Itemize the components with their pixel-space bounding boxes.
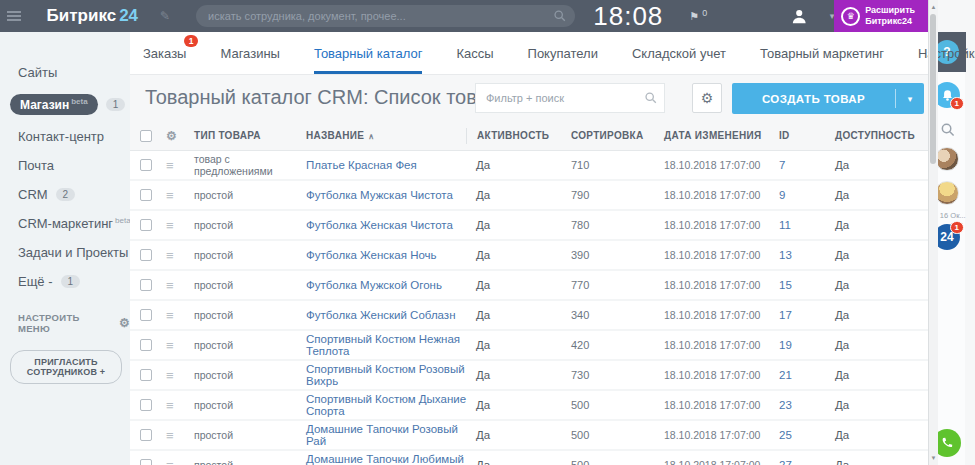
- sidebar-item[interactable]: CRM 2: [0, 180, 130, 209]
- edit-pencil-icon[interactable]: ✎: [160, 9, 170, 23]
- app-logo: Битрикс24: [47, 6, 139, 26]
- cell-sort: 710: [571, 159, 664, 171]
- row-checkbox[interactable]: [140, 249, 152, 261]
- product-id-link[interactable]: 15: [779, 279, 835, 291]
- sidebar-item[interactable]: Контакт-центр: [0, 122, 130, 151]
- table-row: ≡ товар с предложениями Платье Красная Ф…: [130, 151, 928, 181]
- avatar[interactable]: [935, 147, 959, 171]
- user-icon[interactable]: [791, 8, 807, 25]
- row-checkbox[interactable]: [140, 189, 152, 201]
- row-menu-icon[interactable]: ≡: [166, 308, 194, 323]
- select-all-checkbox[interactable]: [140, 130, 152, 142]
- global-search-input[interactable]: [196, 5, 575, 27]
- scrollbar-thumb[interactable]: [930, 14, 936, 164]
- tab[interactable]: Магазины: [220, 32, 280, 74]
- tab[interactable]: Настройки: [918, 32, 975, 74]
- configure-menu-button[interactable]: НАСТРОИТЬ МЕНЮ ⚙: [18, 312, 130, 334]
- product-id-link[interactable]: 13: [779, 249, 835, 261]
- product-name-link[interactable]: Футболка Мужской Огонь: [306, 279, 476, 291]
- row-checkbox[interactable]: [140, 429, 152, 441]
- product-name-link[interactable]: Домашние Тапочки Розовый Рай: [306, 423, 476, 447]
- product-id-link[interactable]: 19: [779, 339, 835, 351]
- sidebar-item[interactable]: Магазинbeta 1: [0, 87, 130, 122]
- flag-counter[interactable]: ⚑ 0: [689, 10, 707, 23]
- sidebar-item[interactable]: CRM-маркетингbeta: [0, 209, 130, 238]
- product-name-link[interactable]: Платье Красная Фея: [306, 159, 476, 171]
- product-id-link[interactable]: 25: [779, 429, 835, 441]
- row-checkbox[interactable]: [140, 399, 152, 411]
- sidebar-item[interactable]: Почта: [0, 151, 130, 180]
- scroll-down-icon[interactable]: ▼: [929, 455, 938, 461]
- product-id-link[interactable]: 11: [779, 219, 835, 231]
- column-header-type[interactable]: ТИП ТОВАРА: [194, 130, 306, 141]
- scroll-up-icon[interactable]: ▲: [929, 4, 938, 10]
- row-checkbox[interactable]: [140, 459, 152, 465]
- product-name-link[interactable]: Футболка Мужская Чистота: [306, 189, 476, 201]
- row-menu-icon[interactable]: ≡: [166, 398, 194, 413]
- column-header-modified[interactable]: ДАТА ИЗМЕНЕНИЯ: [664, 130, 779, 141]
- tab[interactable]: Покупатели: [528, 32, 598, 74]
- vertical-scrollbar[interactable]: ▲ ▼: [928, 0, 938, 465]
- tab[interactable]: Товарный каталог: [314, 32, 422, 74]
- clock[interactable]: 18:08: [593, 1, 663, 32]
- avatar[interactable]: [935, 181, 959, 205]
- row-checkbox[interactable]: [140, 159, 152, 171]
- cell-modified-date: 18.10.2018 17:07:00: [664, 249, 779, 261]
- sidebar-item[interactable]: Сайты: [0, 58, 130, 87]
- row-checkbox[interactable]: [140, 339, 152, 351]
- sidebar-item[interactable]: Ещё - 1: [0, 267, 130, 296]
- cell-modified-date: 18.10.2018 17:07:00: [664, 189, 779, 201]
- chevron-down-icon[interactable]: ▾: [896, 94, 924, 104]
- column-header-availability[interactable]: ДОСТУПНОСТЬ: [835, 130, 928, 141]
- sidebar-item[interactable]: Задачи и Проекты: [0, 238, 130, 267]
- row-menu-icon[interactable]: ≡: [166, 188, 194, 203]
- column-header-name[interactable]: НАЗВАНИЕ∧: [306, 130, 476, 141]
- column-header-id[interactable]: ID: [779, 130, 835, 141]
- product-name-link[interactable]: Футболка Женский Соблазн: [306, 309, 476, 321]
- product-id-link[interactable]: 17: [779, 309, 835, 321]
- product-name-link[interactable]: Домашние Тапочки Любимый Спорт: [306, 453, 476, 465]
- cell-product-type: простой: [194, 189, 306, 201]
- tab[interactable]: Товарный маркетинг: [760, 32, 884, 74]
- table-row: ≡ простой Домашние Тапочки Розовый Рай Д…: [130, 421, 928, 451]
- row-menu-icon[interactable]: ≡: [166, 368, 194, 383]
- table-row: ≡ простой Футболка Женская Чистота Да 78…: [130, 211, 928, 241]
- product-id-link[interactable]: 7: [779, 159, 835, 171]
- hamburger-icon[interactable]: [7, 9, 21, 23]
- product-id-link[interactable]: 23: [779, 399, 835, 411]
- search-icon[interactable]: [940, 122, 955, 137]
- cell-sort: 730: [571, 369, 664, 381]
- grid-settings-button[interactable]: ⚙: [692, 83, 722, 113]
- row-menu-icon[interactable]: ≡: [166, 428, 194, 443]
- row-checkbox[interactable]: [140, 279, 152, 291]
- cell-active: Да: [476, 249, 571, 261]
- product-name-link[interactable]: Футболка Женская Ночь: [306, 249, 476, 261]
- row-checkbox[interactable]: [140, 369, 152, 381]
- row-checkbox[interactable]: [140, 309, 152, 321]
- tab[interactable]: Складской учет: [632, 32, 726, 74]
- create-product-button[interactable]: СОЗДАТЬ ТОВАР ▾: [732, 83, 924, 114]
- product-id-link[interactable]: 9: [779, 189, 835, 201]
- product-name-link[interactable]: Спортивный Костюм Розовый Вихрь: [306, 363, 476, 387]
- column-header-sort[interactable]: СОРТИРОВКА: [571, 130, 664, 141]
- expand-bitrix-button[interactable]: ♛ РасширитьБитрикс24: [834, 0, 928, 32]
- invite-employees-button[interactable]: ПРИГЛАСИТЬ СОТРУДНИКОВ +: [10, 350, 122, 384]
- tab[interactable]: Кассы: [456, 32, 493, 74]
- filter-search-input[interactable]: [475, 83, 665, 113]
- row-menu-icon[interactable]: ≡: [166, 458, 194, 465]
- tab[interactable]: 1 Заказы: [143, 32, 186, 74]
- section-tabs: 1 Заказы Магазины Товарный каталог: [130, 32, 928, 75]
- product-id-link[interactable]: 27: [779, 459, 835, 465]
- row-menu-icon[interactable]: ≡: [166, 338, 194, 353]
- row-menu-icon[interactable]: ≡: [166, 158, 194, 173]
- product-name-link[interactable]: Спортивный Костюм Дыхание Спорта: [306, 393, 476, 417]
- row-menu-icon[interactable]: ≡: [166, 218, 194, 233]
- row-menu-icon[interactable]: ≡: [166, 248, 194, 263]
- gear-icon[interactable]: ⚙: [166, 129, 194, 143]
- row-menu-icon[interactable]: ≡: [166, 278, 194, 293]
- product-id-link[interactable]: 21: [779, 369, 835, 381]
- product-name-link[interactable]: Футболка Женская Чистота: [306, 219, 476, 231]
- product-name-link[interactable]: Спортивный Костюм Нежная Теплота: [306, 333, 476, 357]
- column-header-activity[interactable]: АКТИВНОСТЬ: [466, 128, 571, 144]
- row-checkbox[interactable]: [140, 219, 152, 231]
